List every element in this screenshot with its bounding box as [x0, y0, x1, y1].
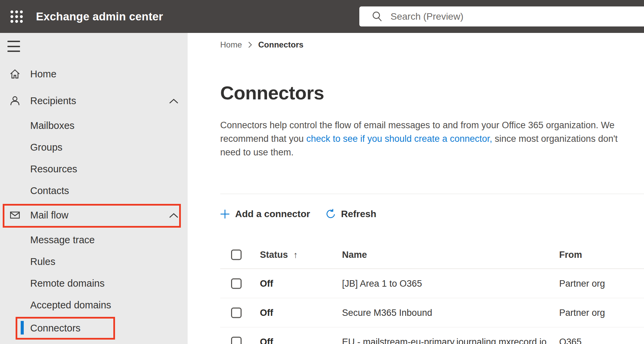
sort-ascending-icon: ↑ — [293, 249, 298, 260]
breadcrumb-current: Connectors — [258, 40, 303, 50]
sidebar-item-label: Resources — [30, 164, 77, 175]
table-row[interactable]: Off Secure M365 Inbound Partner org — [220, 298, 644, 327]
search-icon — [372, 11, 383, 22]
table-row[interactable]: Off EU - mailstream-eu-primary.journalin… — [220, 327, 644, 344]
waffle-grid-icon — [10, 10, 23, 23]
toolbar-divider — [220, 194, 644, 194]
app-title: Exchange admin center — [36, 0, 163, 33]
column-header-name[interactable]: Name — [342, 249, 367, 260]
sidebar-item-label: Message trace — [30, 234, 95, 246]
refresh-button[interactable]: Refresh — [325, 209, 376, 220]
row-from: O365 — [559, 337, 582, 344]
row-status: Off — [260, 278, 273, 289]
sidebar-item-label: Remote domains — [30, 278, 105, 289]
envelope-icon — [10, 210, 20, 221]
row-name: EU - mailstream-eu-primary.journaling.mx… — [342, 337, 547, 344]
sidebar-item-label: Accepted domains — [30, 300, 111, 311]
sidebar-item-mailboxes[interactable]: Mailboxes — [0, 116, 188, 135]
person-icon — [10, 95, 20, 106]
chevron-up-icon — [169, 98, 179, 104]
add-connector-button[interactable]: Add a connector — [220, 209, 310, 219]
plus-icon — [220, 209, 230, 219]
search-input[interactable]: Search (Preview) — [359, 6, 644, 26]
sidebar-item-label: Groups — [30, 142, 62, 153]
row-status: Off — [260, 337, 273, 344]
breadcrumb-chevron-icon — [247, 41, 253, 49]
chevron-up-icon — [169, 212, 179, 218]
main-content: Home Connectors Connectors Connectors he… — [188, 33, 644, 344]
create-connector-check-link[interactable]: check to see if you should create a conn… — [306, 134, 492, 144]
sidebar-item-message-trace[interactable]: Message trace — [0, 230, 188, 249]
topbar: Exchange admin center Search (Preview) — [0, 0, 644, 33]
sidebar-item-contacts[interactable]: Contacts — [0, 181, 188, 200]
sidebar-item-connectors[interactable]: Connectors — [0, 319, 188, 338]
refresh-label: Refresh — [341, 209, 376, 219]
column-header-status[interactable]: Status↑ — [260, 249, 298, 260]
hamburger-menu-button[interactable] — [7, 41, 20, 52]
table-row[interactable]: Off [JB] Area 1 to O365 Partner org — [220, 269, 644, 298]
page-title: Connectors — [220, 82, 324, 104]
select-all-checkbox[interactable] — [231, 249, 242, 260]
row-checkbox[interactable] — [231, 307, 242, 318]
column-header-from[interactable]: From — [559, 249, 582, 260]
row-name: Secure M365 Inbound — [342, 307, 432, 318]
breadcrumb-home-link[interactable]: Home — [220, 40, 242, 50]
sidebar-item-accepted-domains[interactable]: Accepted domains — [0, 295, 188, 314]
sidebar-item-remote-domains[interactable]: Remote domains — [0, 274, 188, 293]
sidebar-item-recipients[interactable]: Recipients — [0, 91, 188, 110]
row-status: Off — [260, 307, 273, 318]
sidebar-item-groups[interactable]: Groups — [0, 138, 188, 157]
sidebar-item-label: Mailboxes — [30, 120, 75, 131]
row-from: Partner org — [559, 307, 605, 318]
row-checkbox[interactable] — [231, 278, 242, 289]
row-from: Partner org — [559, 278, 605, 289]
sidebar-item-label: Home — [30, 69, 56, 80]
add-connector-label: Add a connector — [235, 209, 310, 219]
sidebar-item-rules[interactable]: Rules — [0, 252, 188, 271]
sidebar-item-home[interactable]: Home — [0, 64, 188, 83]
app-launcher-button[interactable] — [5, 5, 28, 28]
sidebar-item-resources[interactable]: Resources — [0, 159, 188, 178]
page-description: Connectors help control the flow of emai… — [220, 118, 633, 159]
sidebar: Home Recipients Mailboxes Groups Resourc… — [0, 33, 188, 344]
table-header-row: Status↑ Name From — [220, 241, 644, 269]
refresh-icon — [325, 209, 336, 220]
sidebar-item-label: Contacts — [30, 185, 69, 196]
home-icon — [10, 69, 20, 79]
command-bar: Add a connector Refresh — [220, 206, 376, 223]
search-placeholder: Search (Preview) — [391, 11, 463, 22]
active-item-indicator — [21, 321, 24, 335]
row-name: [JB] Area 1 to O365 — [342, 278, 422, 289]
sidebar-item-label: Rules — [30, 256, 55, 267]
sidebar-item-label: Connectors — [30, 323, 80, 334]
sidebar-item-label: Mail flow — [30, 210, 69, 221]
row-checkbox[interactable] — [231, 337, 242, 344]
breadcrumb: Home Connectors — [220, 39, 303, 50]
sidebar-item-mail-flow[interactable]: Mail flow — [0, 206, 188, 225]
sidebar-item-label: Recipients — [30, 95, 76, 107]
